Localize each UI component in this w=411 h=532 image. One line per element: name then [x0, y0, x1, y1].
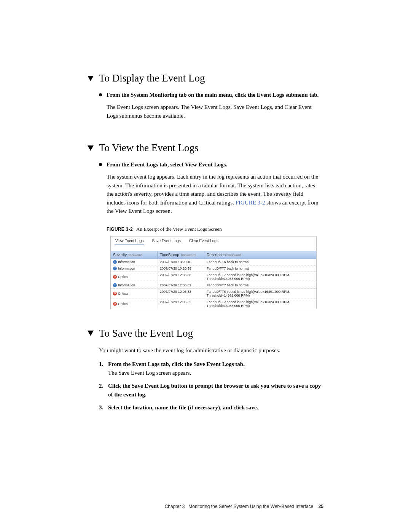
- cell-severity: iInformation: [111, 265, 158, 272]
- col-header-label: TimeStamp: [160, 253, 179, 257]
- severity-label: Critical: [118, 292, 129, 296]
- bullet-icon: [99, 163, 102, 166]
- triangle-down-icon: [88, 331, 94, 336]
- table-header-row: Severitybackward TimeStamp backward Desc…: [111, 251, 316, 259]
- heading-text: To Display the Event Log: [99, 72, 205, 84]
- critical-icon: ✕: [113, 275, 117, 279]
- sort-backward: backward: [181, 253, 196, 257]
- severity-label: Information: [118, 267, 135, 270]
- figure-label: FIGURE 3-2: [107, 227, 133, 232]
- paragraph: You might want to save the event log for…: [99, 346, 323, 355]
- cell-description: FanbdD/FT7 back to normal: [204, 265, 316, 272]
- cell-description: FanbdD/FT6 back to normal: [204, 259, 316, 265]
- table-row: ✕Critical2007/07/29 12:05:32FanbdD/FT7 s…: [111, 299, 316, 309]
- heading-save-event-log: To Save the Event Log: [88, 328, 323, 339]
- step-bold: Select the location, name the file (if n…: [108, 403, 258, 412]
- screenshot-event-logs: View Event Logs Save Event Logs Clear Ev…: [110, 236, 317, 309]
- step-plain: The Save Event Log screen appears.: [108, 369, 245, 377]
- paragraph: The system event log appears. Each entry…: [107, 173, 323, 216]
- cell-severity: iInformation: [111, 259, 158, 265]
- bullet-item: From the Event Logs tab, select View Eve…: [99, 161, 323, 169]
- cell-severity: ✕Critical: [111, 299, 158, 309]
- severity-label: Information: [118, 283, 135, 287]
- figure-caption: FIGURE 3-2 An Excerpt of the View Event …: [107, 226, 323, 232]
- triangle-down-icon: [88, 145, 94, 151]
- bullet-item: From the System Monitoring tab on the ma…: [99, 91, 323, 99]
- col-header-timestamp[interactable]: TimeStamp backward: [158, 251, 204, 259]
- col-header-label: Description: [207, 253, 226, 257]
- tab-save-event-logs[interactable]: Save Event Logs: [151, 238, 182, 244]
- bullet-icon: [99, 93, 102, 96]
- page-footer: Chapter 3 Monitoring the Server System U…: [165, 504, 323, 509]
- cell-description: FanbdD/FT6 speed is too high(Value=16401…: [204, 289, 316, 299]
- paragraph: The Event Logs screen appears. The View …: [107, 103, 323, 120]
- col-header-label: Severity: [113, 253, 127, 257]
- step-bold: Click the Save Event Log button to promp…: [108, 382, 323, 399]
- info-icon: i: [113, 260, 117, 264]
- cell-description: FanbdD/FT7 speed is too high(Value=16324…: [204, 299, 316, 309]
- severity-label: Critical: [118, 302, 129, 306]
- heading-display-event-log: To Display the Event Log: [88, 72, 323, 84]
- list-number: 1.: [99, 360, 106, 377]
- cell-timestamp: 2007/07/29 12:05:33: [158, 289, 204, 299]
- col-header-description[interactable]: Descriptionbackward: [204, 251, 316, 259]
- list-item: 2. Click the Save Event Log button to pr…: [99, 382, 323, 399]
- table-body: iInformation2007/07/30 10:20:40FanbdD/FT…: [111, 259, 316, 309]
- tab-view-event-logs[interactable]: View Event Logs: [115, 238, 144, 244]
- cell-severity: ✕Critical: [111, 289, 158, 299]
- cell-severity: iInformation: [111, 282, 158, 288]
- list-item: 1. From the Event Logs tab, click the Sa…: [99, 360, 323, 377]
- heading-text: To Save the Event Log: [99, 328, 193, 339]
- footer-title: Monitoring the Server System Using the W…: [188, 504, 313, 509]
- bullet-bold-text: From the Event Logs tab, select View Eve…: [107, 161, 323, 169]
- cell-timestamp: 2007/07/30 10:20:40: [158, 259, 204, 265]
- cell-description: FanbdD/FT7 speed is too high(Value=16324…: [204, 272, 316, 282]
- table-row: ✕Critical2007/07/29 12:36:58FanbdD/FT7 s…: [111, 272, 316, 282]
- table-row: iInformation2007/07/29 12:36:52FanbdD/FT…: [111, 282, 316, 289]
- info-icon: i: [113, 267, 117, 270]
- severity-label: Information: [118, 260, 135, 264]
- table-row: iInformation2007/07/30 10:20:40FanbdD/FT…: [111, 259, 316, 265]
- critical-icon: ✕: [113, 302, 117, 306]
- col-header-severity[interactable]: Severitybackward: [111, 251, 158, 259]
- sort-backward: backward: [226, 253, 241, 257]
- figure-caption-text: An Excerpt of the View Event Logs Screen: [136, 226, 222, 232]
- step-bold: From the Event Logs tab, click the Save …: [108, 360, 245, 369]
- critical-icon: ✕: [113, 292, 117, 296]
- severity-label: Critical: [118, 275, 129, 279]
- screenshot-tabs: View Event Logs Save Event Logs Clear Ev…: [111, 236, 316, 247]
- list-number: 3.: [99, 403, 106, 412]
- table-row: ✕Critical2007/07/29 12:05:33FanbdD/FT6 s…: [111, 289, 316, 299]
- cell-timestamp: 2007/07/29 12:05:32: [158, 299, 204, 309]
- tab-clear-event-logs[interactable]: Clear Event Logs: [188, 238, 219, 244]
- sort-backward: backward: [127, 253, 142, 257]
- heading-text: To View the Event Logs: [99, 142, 198, 154]
- table-row: iInformation2007/07/30 10:20:39FanbdD/FT…: [111, 265, 316, 272]
- ordered-list: 1. From the Event Logs tab, click the Sa…: [99, 360, 323, 412]
- triangle-down-icon: [88, 76, 94, 81]
- info-icon: i: [113, 283, 117, 287]
- cell-timestamp: 2007/07/29 12:36:52: [158, 282, 204, 288]
- cell-timestamp: 2007/07/30 10:20:39: [158, 265, 204, 272]
- cell-timestamp: 2007/07/29 12:36:58: [158, 272, 204, 282]
- list-number: 2.: [99, 382, 106, 399]
- heading-view-event-logs: To View the Event Logs: [88, 142, 323, 154]
- bullet-bold-text: From the System Monitoring tab on the ma…: [107, 91, 323, 99]
- page: To Display the Event Log From the System…: [0, 0, 411, 532]
- figure-ref-link[interactable]: FIGURE 3-2: [236, 200, 265, 206]
- footer-chapter: Chapter 3: [165, 504, 185, 509]
- cell-description: FanbdD/FT7 back to normal: [204, 282, 316, 288]
- cell-severity: ✕Critical: [111, 272, 158, 282]
- page-number: 25: [319, 504, 323, 509]
- list-item: 3. Select the location, name the file (i…: [99, 403, 323, 412]
